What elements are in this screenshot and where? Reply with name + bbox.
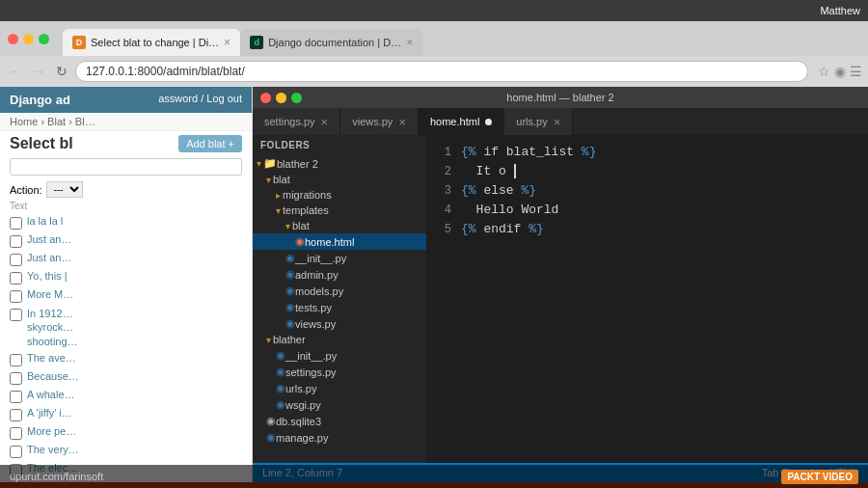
list-item-checkbox-3[interactable] xyxy=(10,254,22,266)
action-select[interactable]: --- xyxy=(46,181,83,198)
filetree-label-blat-folder: blat xyxy=(292,220,310,231)
browser-tab-1[interactable]: D Select blat to change | Di… × xyxy=(63,29,240,56)
filetree-label-sqlite: db.sqlite3 xyxy=(276,416,321,427)
menu-icon[interactable]: ☰ xyxy=(850,64,862,79)
list-item-checkbox-8[interactable] xyxy=(10,372,22,385)
filetree-init-blat[interactable]: ◉ __init__.py xyxy=(253,250,426,266)
filetree-home-html[interactable]: ◉ home.html xyxy=(253,233,426,250)
list-item-link-3[interactable]: Just an… xyxy=(27,252,71,263)
editor-tab-urls[interactable]: urls.py × xyxy=(504,108,573,135)
list-item-6[interactable]: In 1912…skyrock…shooting… xyxy=(0,305,252,350)
list-item-1[interactable]: la la la l xyxy=(0,213,252,231)
list-item-4[interactable]: Yo, this | xyxy=(0,268,252,286)
filetree-arrow-blat: ▾ xyxy=(266,175,271,185)
list-item-link-10[interactable]: A 'jiffy' i… xyxy=(27,407,72,419)
list-item-11[interactable]: More pe… xyxy=(0,423,252,442)
list-item-link-4[interactable]: Yo, this | xyxy=(27,270,68,282)
list-item-8[interactable]: Because… xyxy=(0,368,252,387)
code-line-3: 3 {% else %} xyxy=(426,181,868,201)
list-item-link-12[interactable]: The very… xyxy=(27,444,79,455)
editor-tab-home[interactable]: home.html xyxy=(419,108,504,135)
list-item-link-5[interactable]: More M… xyxy=(27,288,73,300)
list-item-checkbox-5[interactable] xyxy=(10,290,22,303)
list-item-12[interactable]: The very… xyxy=(0,442,252,460)
filetree-migrations[interactable]: ▸ migrations xyxy=(253,187,426,203)
maximize-button[interactable] xyxy=(39,34,49,44)
editor-close-button[interactable] xyxy=(260,93,271,103)
list-item-link-1[interactable]: la la la l xyxy=(27,215,63,227)
list-item-2[interactable]: Just an… xyxy=(0,231,252,250)
minimize-button[interactable] xyxy=(23,34,34,44)
filetree-label-migrations: migrations xyxy=(283,189,332,201)
editor-tab-views[interactable]: views.py × xyxy=(340,108,419,135)
action-label: Action: xyxy=(10,184,42,196)
list-item-checkbox-9[interactable] xyxy=(10,391,22,403)
editor-tab-views-close[interactable]: × xyxy=(398,116,406,128)
filetree-sqlite[interactable]: ◉ db.sqlite3 xyxy=(253,413,426,429)
bookmark-icon[interactable]: ☆ xyxy=(818,64,830,79)
filetree-models[interactable]: ◉ models.py xyxy=(253,283,426,299)
filetree-settings[interactable]: ◉ settings.py xyxy=(253,364,426,380)
list-item-7[interactable]: The ave… xyxy=(0,350,252,368)
list-item-10[interactable]: A 'jiffy' i… xyxy=(0,405,252,423)
editor-tab-settings-close[interactable]: × xyxy=(321,116,329,128)
list-item-link-2[interactable]: Just an… xyxy=(27,233,71,245)
list-item-checkbox-2[interactable] xyxy=(10,235,22,248)
list-item-checkbox-7[interactable] xyxy=(10,354,22,366)
back-button[interactable]: ← xyxy=(6,62,25,81)
add-blat-button[interactable]: Add blat + xyxy=(178,135,242,152)
filetree-manage[interactable]: ◉ manage.py xyxy=(253,429,426,446)
list-item-link-7[interactable]: The ave… xyxy=(27,352,76,364)
filetree-urls[interactable]: ◉ urls.py xyxy=(253,380,426,396)
editor-maximize-button[interactable] xyxy=(291,93,302,103)
list-item-checkbox-12[interactable] xyxy=(10,446,22,458)
browser-tab-2[interactable]: d Django documentation | D… × xyxy=(240,29,422,56)
filetree-blather[interactable]: ▾ blather xyxy=(253,332,426,347)
filetree-views-blat[interactable]: ◉ views.py xyxy=(253,315,426,332)
list-item-checkbox-11[interactable] xyxy=(10,427,22,440)
filetree-wsgi[interactable]: ◉ wsgi.py xyxy=(253,396,426,413)
filetree-icon-wsgi: ◉ xyxy=(276,398,285,411)
watermark-url: upurut.com/farinsoft xyxy=(10,471,103,482)
forward-button[interactable]: → xyxy=(29,62,48,81)
filetree-label-init-blather: __init__.py xyxy=(285,350,337,362)
filetree-panel: FOLDERS ▾ 📁 blather 2 ▾ blat ▸ xyxy=(253,135,426,463)
filetree-admin[interactable]: ◉ admin.py xyxy=(253,266,426,283)
list-item-3[interactable]: Just an… xyxy=(0,250,252,268)
tab-close-2[interactable]: × xyxy=(406,36,413,49)
search-input[interactable] xyxy=(10,158,242,176)
filetree-icon-init-blat: ◉ xyxy=(285,252,295,264)
filetree-icon-admin: ◉ xyxy=(285,268,295,281)
editor-tab-settings[interactable]: settings.py × xyxy=(253,108,340,135)
browser-tabs: D Select blat to change | Di… × d Django… xyxy=(63,21,422,56)
list-item-5[interactable]: More M… xyxy=(0,286,252,305)
editor-tab-urls-close[interactable]: × xyxy=(554,116,561,128)
filetree-arrow-templates: ▾ xyxy=(276,205,281,216)
filetree-blather2[interactable]: ▾ 📁 blather 2 xyxy=(253,155,426,172)
list-item-checkbox-1[interactable] xyxy=(10,217,22,230)
filetree-icon-views-blat: ◉ xyxy=(285,317,295,330)
filetree-label-blather: blather xyxy=(273,334,306,345)
traffic-lights xyxy=(8,34,49,44)
list-item-link-8[interactable]: Because… xyxy=(27,370,79,382)
code-editor[interactable]: 1 {% if blat_list %} 2 It o 3 {% else %} xyxy=(426,135,868,463)
list-item-checkbox-4[interactable] xyxy=(10,272,22,285)
filetree-templates[interactable]: ▾ templates xyxy=(253,203,426,218)
address-bar[interactable]: 127.0.0.1:8000/admin/blat/blat/ xyxy=(75,61,808,82)
tab-close-1[interactable]: × xyxy=(224,36,231,49)
close-button[interactable] xyxy=(8,34,18,44)
list-item-9[interactable]: A whale… xyxy=(0,387,252,405)
filetree-blat-folder[interactable]: ▾ blat xyxy=(253,218,426,233)
editor-minimize-button[interactable] xyxy=(276,93,286,103)
list-item-checkbox-10[interactable] xyxy=(10,409,22,421)
filetree-init-blather[interactable]: ◉ __init__.py xyxy=(253,347,426,364)
list-item-checkbox-6[interactable] xyxy=(10,309,22,321)
filetree-label-templates: templates xyxy=(283,204,329,216)
list-item-link-9[interactable]: A whale… xyxy=(27,389,75,400)
list-item-link-6[interactable]: In 1912…skyrock…shooting… xyxy=(27,307,78,348)
security-icon[interactable]: ◉ xyxy=(834,64,846,79)
refresh-button[interactable]: ↻ xyxy=(52,62,71,81)
list-item-link-11[interactable]: More pe… xyxy=(27,425,76,437)
filetree-tests[interactable]: ◉ tests.py xyxy=(253,299,426,315)
filetree-blat[interactable]: ▾ blat xyxy=(253,172,426,187)
